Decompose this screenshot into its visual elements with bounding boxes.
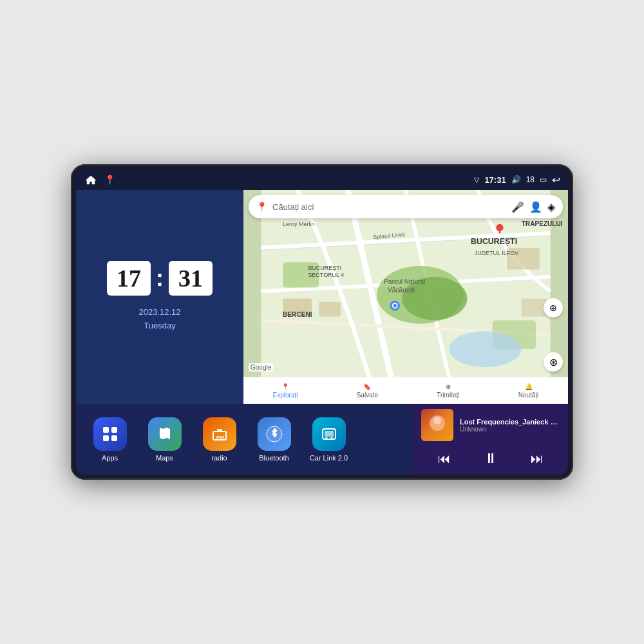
app-icon-carlink[interactable]: Car Link 2.0 xyxy=(308,417,350,462)
svg-rect-42 xyxy=(325,431,334,437)
svg-rect-34 xyxy=(103,435,109,441)
clock-date-line1: 2023.12.12 xyxy=(138,306,180,319)
app-icon-bluetooth[interactable]: Bluetooth xyxy=(253,417,295,462)
app-icon-maps[interactable]: Maps xyxy=(144,417,185,462)
map-tab-send[interactable]: ⊕ Trimiteți xyxy=(437,383,459,399)
carlink-icon-image xyxy=(312,417,346,451)
media-play-pause-button[interactable]: ⏸ xyxy=(478,448,503,469)
signal-icon: ▽ xyxy=(474,176,479,184)
explore-icon: 📍 xyxy=(281,383,289,390)
volume-icon: 🔊 xyxy=(511,175,521,184)
svg-text:Leroy Merlin: Leroy Merlin xyxy=(283,221,314,227)
clock-panel: 17 : 31 2023.12.12 Tuesday xyxy=(76,190,243,404)
car-head-unit: 📍 ▽ 17:31 🔊 18 ▭ ↩ 17 : 31 xyxy=(71,164,573,480)
apps-icon-image xyxy=(93,417,127,451)
map-search-right: 🎤 👤 ◈ xyxy=(511,201,555,213)
map-tab-news[interactable]: 🔔 Noutăți xyxy=(518,383,539,399)
status-right: ▽ 17:31 🔊 18 ▭ ↩ xyxy=(474,174,560,186)
clock-date-line2: Tuesday xyxy=(138,319,180,333)
clock-display: 17 : 31 xyxy=(107,261,213,296)
map-pin-icon: 📍 xyxy=(256,202,267,212)
map-compass-button[interactable]: ⊛ xyxy=(544,352,563,372)
svg-text:TRAPEZULUI: TRAPEZULUI xyxy=(522,220,563,227)
carlink-label: Car Link 2.0 xyxy=(310,454,348,462)
media-top: Lost Frequencies_Janieck Devy-... Unknow… xyxy=(421,409,560,441)
time-display: 17:31 xyxy=(484,175,506,185)
layers-icon[interactable]: ◈ xyxy=(547,201,555,213)
media-thumbnail xyxy=(421,409,453,441)
svg-text:BERCENI: BERCENI xyxy=(283,311,312,318)
svg-text:Văcărești: Văcărești xyxy=(388,287,415,294)
svg-text:SECTORUL 4: SECTORUL 4 xyxy=(308,272,344,278)
maps-label: Maps xyxy=(156,454,173,462)
maps-icon-image xyxy=(148,417,182,451)
map-panel[interactable]: 📍 Căutați aici 🎤 👤 ◈ xyxy=(243,190,568,404)
map-search-input[interactable]: Căutați aici xyxy=(272,202,506,212)
map-tab-explore[interactable]: 📍 Explorați xyxy=(273,383,298,399)
svg-rect-14 xyxy=(319,302,341,316)
saved-icon: 🔖 xyxy=(363,383,371,390)
svg-text:JUDEȚUL ILFOV: JUDEȚUL ILFOV xyxy=(475,250,518,256)
media-info: Lost Frequencies_Janieck Devy-... Unknow… xyxy=(460,418,560,433)
clock-separator: : xyxy=(156,267,164,290)
battery-icon: ▭ xyxy=(540,175,547,184)
svg-marker-36 xyxy=(160,428,170,439)
mic-icon[interactable]: 🎤 xyxy=(511,201,524,213)
clock-date: 2023.12.12 Tuesday xyxy=(138,306,180,333)
status-left: 📍 xyxy=(84,174,115,185)
explore-label: Explorați xyxy=(273,392,298,399)
app-icon-apps[interactable]: Apps xyxy=(89,417,131,462)
apps-label: Apps xyxy=(102,454,118,462)
svg-point-12 xyxy=(449,331,521,367)
send-label: Trimiteți xyxy=(437,392,459,399)
svg-point-31 xyxy=(393,304,397,308)
map-search-bar[interactable]: 📍 Căutați aici 🎤 👤 ◈ xyxy=(249,195,563,218)
svg-marker-0 xyxy=(86,176,96,184)
bottom-section: Apps Maps xyxy=(76,404,568,475)
media-player: Lost Frequencies_Janieck Devy-... Unknow… xyxy=(413,404,568,475)
news-label: Noutăți xyxy=(518,392,539,399)
media-artist: Unknown xyxy=(460,426,560,433)
battery-level: 18 xyxy=(526,175,535,184)
news-icon: 🔔 xyxy=(525,383,533,390)
app-icon-radio[interactable]: FM radio xyxy=(198,417,240,462)
map-tab-saved[interactable]: 🔖 Salvate xyxy=(357,383,378,399)
map-zoom-button[interactable]: ⊕ xyxy=(544,298,563,317)
bluetooth-label: Bluetooth xyxy=(259,454,289,462)
main-content: 17 : 31 2023.12.12 Tuesday 📍 Căutați aic… xyxy=(76,190,568,475)
svg-text:BUCUREȘTI: BUCUREȘTI xyxy=(471,237,517,246)
maps-shortcut-icon[interactable]: 📍 xyxy=(104,175,115,185)
svg-text:FM: FM xyxy=(216,435,224,440)
media-next-button[interactable]: ⏭ xyxy=(526,449,549,469)
svg-text:BUCUREȘTI: BUCUREȘTI xyxy=(308,265,341,271)
account-icon[interactable]: 👤 xyxy=(529,201,542,213)
svg-point-44 xyxy=(330,437,332,439)
svg-rect-35 xyxy=(111,435,117,441)
radio-icon-image: FM xyxy=(203,417,236,451)
svg-point-47 xyxy=(433,417,441,424)
map-bottom-bar: 📍 Explorați 🔖 Salvate ⊕ Trimiteți 🔔 xyxy=(243,377,568,404)
device-screen: 📍 ▽ 17:31 🔊 18 ▭ ↩ 17 : 31 xyxy=(76,169,568,475)
media-title: Lost Frequencies_Janieck Devy-... xyxy=(460,418,560,426)
media-prev-button[interactable]: ⏮ xyxy=(433,449,456,469)
clock-minutes: 31 xyxy=(169,261,213,296)
clock-hours: 17 xyxy=(107,261,151,296)
back-button[interactable]: ↩ xyxy=(552,174,560,186)
top-section: 17 : 31 2023.12.12 Tuesday 📍 Căutați aic… xyxy=(76,190,568,404)
home-button[interactable] xyxy=(84,174,98,185)
send-icon: ⊕ xyxy=(446,383,451,390)
svg-text:Parcul Natural: Parcul Natural xyxy=(384,278,425,285)
svg-rect-39 xyxy=(217,429,222,431)
svg-rect-33 xyxy=(111,427,117,433)
apps-row: Apps Maps xyxy=(76,404,413,475)
media-controls: ⏮ ⏸ ⏭ xyxy=(421,445,560,472)
google-logo: Google xyxy=(249,363,273,372)
svg-rect-32 xyxy=(103,427,109,433)
status-bar: 📍 ▽ 17:31 🔊 18 ▭ ↩ xyxy=(76,169,568,190)
svg-point-43 xyxy=(325,437,327,439)
radio-label: radio xyxy=(211,454,227,462)
saved-label: Salvate xyxy=(357,392,378,399)
bluetooth-icon-image xyxy=(258,417,291,451)
